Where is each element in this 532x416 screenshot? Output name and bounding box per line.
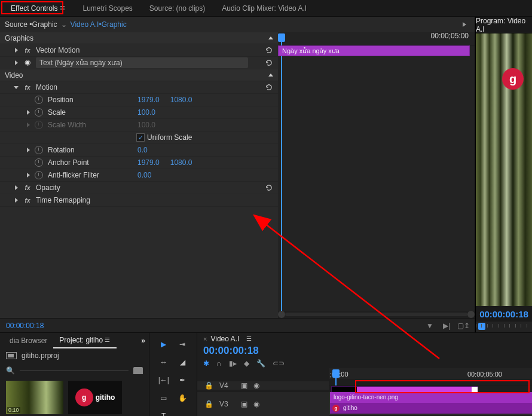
clip-v3[interactable]: logo-gitino-tacn-nen.png: [330, 392, 532, 403]
row-rotation[interactable]: Rotation 0.0: [0, 144, 278, 157]
reset-icon[interactable]: [264, 45, 274, 56]
scale-value[interactable]: 100.0: [137, 108, 155, 117]
stopwatch-icon[interactable]: [35, 108, 43, 117]
tab-effect-controls[interactable]: Effect Controls: [2, 1, 74, 16]
eye-icon[interactable]: ◉: [23, 58, 32, 68]
row-vector-motion[interactable]: fx Vector Motion: [0, 44, 278, 57]
razor-tool-icon[interactable]: |←|: [155, 372, 172, 388]
timeline-ruler[interactable]: ;00;00 00:00;05:00: [329, 368, 532, 379]
lock-icon[interactable]: 🔒: [204, 381, 213, 390]
scroll-right-cap[interactable]: [467, 311, 475, 318]
ec-playhead[interactable]: [278, 33, 285, 42]
twirl-icon[interactable]: [13, 48, 19, 53]
export-icon[interactable]: ▢↥: [458, 320, 469, 331]
link-icon[interactable]: ⊂⊃: [273, 359, 285, 368]
track-lane-v4[interactable]: [329, 385, 532, 386]
row-position[interactable]: Position 1979.0 1080.0: [0, 94, 278, 106]
clip-v3-body[interactable]: g gitiho: [330, 403, 532, 414]
fx-icon[interactable]: fx: [23, 46, 32, 54]
program-header[interactable]: Program: Video A.I: [476, 17, 532, 33]
linked-selection-icon[interactable]: ∩: [216, 359, 222, 368]
tab-lumetri-scopes[interactable]: Lumetri Scopes: [74, 1, 140, 16]
stopwatch-icon[interactable]: [35, 171, 43, 179]
row-time-remapping[interactable]: fx Time Remapping: [0, 194, 278, 207]
collapse-icon[interactable]: [268, 74, 273, 77]
tab-media-browser[interactable]: dia Browser: [4, 334, 53, 348]
rotation-value[interactable]: 0.0: [137, 146, 148, 154]
timeline-playhead[interactable]: [332, 369, 340, 378]
track-output-icon[interactable]: ▣: [241, 381, 247, 390]
antiflicker-value[interactable]: 0.00: [137, 171, 151, 179]
uniform-scale-checkbox[interactable]: [136, 133, 145, 142]
track-output-icon[interactable]: ▣: [241, 400, 247, 408]
position-x-value[interactable]: 1979.0: [137, 96, 160, 104]
reset-icon[interactable]: [264, 57, 274, 68]
pen-tool-icon[interactable]: ✒: [175, 372, 191, 388]
tab-audio-clip-mixer[interactable]: Audio Clip Mixer: Video A.I: [213, 1, 315, 16]
row-uniform-scale[interactable]: Uniform Scale: [0, 131, 278, 144]
section-graphics[interactable]: Graphics: [0, 32, 278, 44]
twirl-icon[interactable]: [25, 148, 31, 152]
program-timecode[interactable]: 00:00:00:18: [476, 306, 532, 322]
row-motion[interactable]: fx Motion: [0, 81, 278, 94]
project-file-row[interactable]: gitiho.prproj: [0, 348, 149, 363]
program-ruler[interactable]: [476, 322, 532, 332]
ec-mini-ruler[interactable]: 00:00;05:00: [278, 32, 475, 45]
sequence-tab[interactable]: Video A.I: [210, 335, 239, 343]
row-text-layer[interactable]: ◉ Text (Ngày xửa ngày xưa): [0, 57, 278, 69]
position-y-value[interactable]: 1080.0: [170, 96, 192, 104]
track-header-v3[interactable]: 🔒 V3 ▣ ◉: [197, 392, 329, 416]
ripple-tool-icon[interactable]: ↔: [155, 354, 172, 370]
hamburger-icon[interactable]: [246, 335, 252, 343]
ec-hscroll[interactable]: [278, 311, 475, 318]
toggle-timeline-icon[interactable]: [463, 22, 466, 27]
filter-icon[interactable]: ▼: [424, 320, 435, 331]
reset-icon[interactable]: [264, 82, 274, 93]
rate-stretch-tool-icon[interactable]: ◢: [175, 354, 191, 370]
project-item-logo[interactable]: g gitiho: [68, 381, 122, 414]
settings-icon[interactable]: 🔧: [256, 359, 265, 368]
track-eye-icon[interactable]: ◉: [253, 381, 259, 390]
fx-icon[interactable]: fx: [23, 83, 32, 91]
row-anchor-point[interactable]: Anchor Point 1979.0 1080.0: [0, 157, 278, 169]
stopwatch-icon[interactable]: [35, 146, 43, 154]
new-bin-icon[interactable]: [133, 367, 143, 374]
hand-tool-icon[interactable]: ✋: [175, 390, 191, 406]
twirl-icon[interactable]: [13, 86, 19, 89]
close-tab-icon[interactable]: ×: [203, 335, 207, 342]
twirl-icon[interactable]: [13, 185, 19, 190]
anchor-x-value[interactable]: 1979.0: [137, 158, 160, 167]
scroll-track[interactable]: [285, 313, 467, 316]
marker-icon[interactable]: ◆: [244, 359, 249, 368]
twirl-icon[interactable]: [25, 173, 31, 178]
row-opacity[interactable]: fx Opacity: [0, 182, 278, 194]
rectangle-tool-icon[interactable]: ▭: [155, 390, 172, 406]
section-video[interactable]: Video: [0, 69, 278, 81]
twirl-icon[interactable]: [25, 110, 31, 115]
snap-icon[interactable]: ✱: [203, 359, 209, 368]
selection-tool-icon[interactable]: ▶: [155, 337, 172, 352]
track-select-tool-icon[interactable]: ⇥: [175, 337, 191, 352]
fx-icon[interactable]: fx: [23, 183, 32, 192]
scroll-left-cap[interactable]: [278, 311, 285, 318]
tab-project[interactable]: Project: gitiho: [53, 333, 117, 348]
fx-icon[interactable]: fx: [23, 196, 32, 204]
timeline-timecode[interactable]: 00:00:00:18: [203, 345, 259, 357]
breadcrumb-clip-link[interactable]: Graphic: [102, 20, 127, 29]
ec-clip-bar[interactable]: Ngày xửa ngày xưa: [278, 45, 470, 56]
track-header-v4[interactable]: 🔒 V4 ▣ ◉: [197, 381, 329, 390]
reset-icon[interactable]: [264, 182, 274, 193]
track-eye-icon[interactable]: ◉: [253, 400, 259, 408]
type-tool-icon[interactable]: T: [155, 408, 172, 416]
program-viewer[interactable]: g: [476, 33, 532, 306]
add-marker-icon[interactable]: ▮▸: [229, 359, 237, 368]
row-antiflicker[interactable]: Anti-flicker Filter 0.00: [0, 169, 278, 182]
twirl-icon[interactable]: [13, 198, 19, 203]
lock-icon[interactable]: 🔒: [204, 400, 213, 408]
tab-source[interactable]: Source: (no clips): [141, 1, 213, 16]
breadcrumb-seq-link[interactable]: Video A.I: [71, 20, 99, 29]
row-scale[interactable]: Scale 100.0: [0, 106, 278, 119]
collapse-icon[interactable]: [268, 36, 273, 39]
stopwatch-icon[interactable]: [35, 158, 43, 167]
step-icon[interactable]: ▶|: [441, 320, 452, 331]
